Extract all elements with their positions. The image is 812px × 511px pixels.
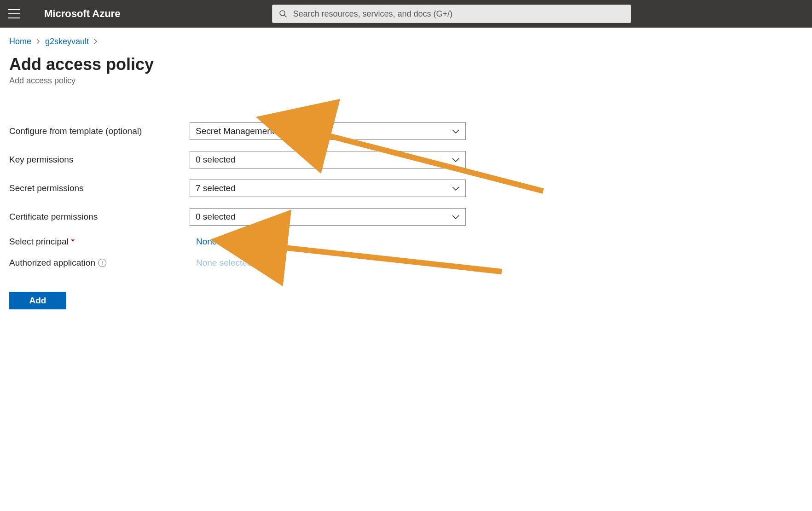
chevron-down-icon [452, 128, 460, 134]
template-row: Configure from template (optional) Secre… [9, 122, 812, 140]
chevron-right-icon [36, 38, 41, 46]
page-subtitle: Add access policy [9, 76, 812, 86]
info-icon[interactable]: i [98, 259, 106, 267]
secret-permissions-row: Secret permissions 7 selected [9, 180, 812, 197]
global-search[interactable] [272, 5, 631, 23]
top-bar: Microsoft Azure [0, 0, 812, 28]
secret-permissions-dropdown[interactable]: 7 selected [190, 180, 466, 197]
key-permissions-label: Key permissions [9, 155, 190, 165]
required-asterisk: * [71, 237, 75, 247]
chevron-down-icon [452, 214, 460, 220]
authorized-application-value: None selected [190, 258, 252, 268]
chevron-down-icon [452, 186, 460, 191]
authorized-application-row: Authorized application i None selected [9, 258, 812, 268]
key-permissions-row: Key permissions 0 selected [9, 151, 812, 168]
certificate-permissions-label: Certificate permissions [9, 212, 190, 222]
search-icon [279, 10, 287, 18]
page-content: Home g2skeyvault Add access policy Add a… [0, 28, 812, 309]
breadcrumb: Home g2skeyvault [9, 37, 812, 46]
key-permissions-value: 0 selected [196, 155, 236, 165]
select-principal-label-text: Select principal [9, 237, 69, 247]
chevron-right-icon [93, 38, 98, 46]
certificate-permissions-dropdown[interactable]: 0 selected [190, 208, 466, 226]
select-principal-link[interactable]: None selected [190, 237, 252, 247]
svg-line-1 [284, 15, 287, 17]
breadcrumb-home[interactable]: Home [9, 37, 31, 46]
authorized-application-label-text: Authorized application [9, 258, 95, 268]
add-button[interactable]: Add [9, 292, 66, 309]
secret-permissions-label: Secret permissions [9, 183, 190, 193]
search-input[interactable] [293, 9, 624, 19]
certificate-permissions-row: Certificate permissions 0 selected [9, 208, 812, 226]
page-title: Add access policy [9, 55, 812, 74]
template-value: Secret Management [196, 126, 274, 136]
certificate-permissions-value: 0 selected [196, 212, 236, 222]
template-dropdown[interactable]: Secret Management [190, 122, 466, 140]
key-permissions-dropdown[interactable]: 0 selected [190, 151, 466, 168]
brand-label: Microsoft Azure [44, 8, 120, 20]
select-principal-label: Select principal * [9, 237, 190, 247]
authorized-application-label: Authorized application i [9, 258, 190, 268]
hamburger-menu-icon[interactable] [8, 9, 20, 18]
svg-point-0 [280, 11, 285, 16]
secret-permissions-value: 7 selected [196, 183, 236, 193]
chevron-down-icon [452, 157, 460, 163]
select-principal-row: Select principal * None selected [9, 237, 812, 247]
breadcrumb-vault[interactable]: g2skeyvault [45, 37, 89, 46]
template-label: Configure from template (optional) [9, 126, 190, 136]
